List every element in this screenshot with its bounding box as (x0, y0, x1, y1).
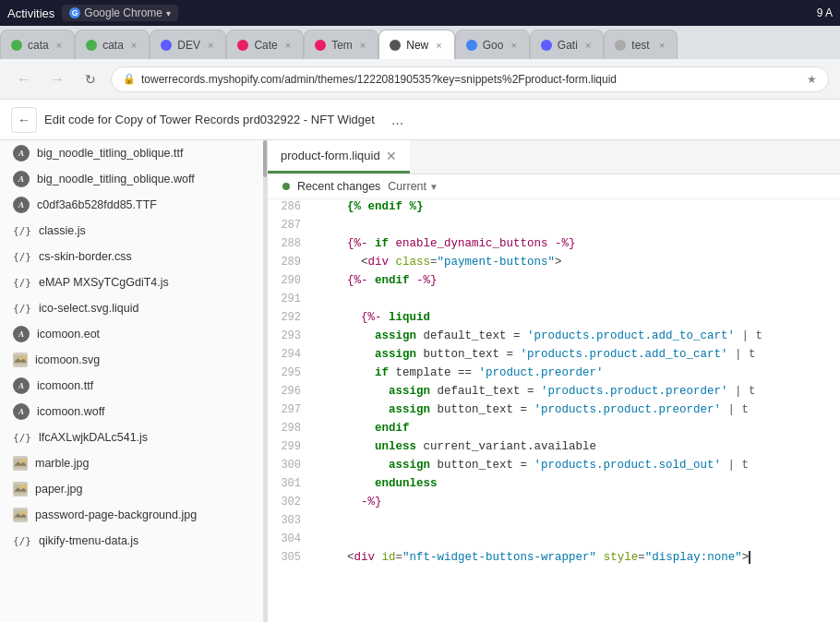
code-container[interactable]: 286 {% endif %}287288 {%- if enable_dyna… (268, 199, 840, 622)
tab-close-test[interactable]: × (656, 39, 667, 52)
sidebar-item-label: c0df3a6b528fdd85.TTF (37, 198, 258, 211)
code-line: 297 assign button_text = 'products.produ… (268, 402, 840, 421)
browser-tab-cata2[interactable]: cata× (75, 30, 150, 59)
browser-tab-gati[interactable]: Gati× (530, 30, 604, 59)
code-line: 300 assign button_text = 'products.produ… (268, 458, 840, 476)
line-content: {%- liquid (312, 311, 840, 324)
browser-tab-cate[interactable]: Cate× (226, 30, 304, 59)
reload-button[interactable]: ↻ (78, 66, 103, 92)
line-number: 289 (268, 256, 312, 269)
sidebar-item[interactable]: {/}ico-select.svg.liquid (0, 295, 267, 321)
tab-close-goo[interactable]: × (508, 39, 519, 52)
sidebar-item[interactable]: Aicomoon.eot (0, 321, 267, 347)
url-bar[interactable]: 🔒 towerrecords.myshopify.com/admin/theme… (111, 66, 829, 92)
tab-label-cata2: cata (102, 39, 124, 52)
forward-button[interactable]: → (44, 66, 70, 92)
code-icon: {/} (13, 432, 31, 444)
tab-favicon-gati (540, 39, 553, 52)
svg-point-11 (22, 511, 26, 515)
file-tabs: product-form.liquid ✕ (268, 140, 840, 174)
sidebar-item[interactable]: {/}classie.js (0, 218, 267, 244)
code-icon: {/} (13, 225, 31, 237)
tab-close-tem[interactable]: × (357, 39, 368, 52)
font-icon: A (13, 377, 30, 394)
browser-tab-new[interactable]: New× (378, 30, 454, 59)
font-icon: A (13, 197, 30, 213)
chrome-indicator: G Google Chrome ▾ (62, 5, 178, 21)
browser-tab-tem[interactable]: Tem× (304, 30, 378, 59)
tab-close-cata2[interactable]: × (128, 39, 139, 52)
sidebar-item[interactable]: {/}eMAP MXSyTCgGdiT4.js (0, 269, 267, 295)
sidebar-item-label: big_noodle_titling_oblique.woff (37, 173, 258, 185)
chrome-dropdown-icon[interactable]: ▾ (166, 8, 171, 18)
line-content: assign button_text = 'products.product.s… (312, 459, 840, 472)
scrollbar-thumb[interactable] (263, 140, 267, 177)
editor-area: product-form.liquid ✕ Recent changes Cur… (268, 140, 840, 622)
sidebar-item-label: eMAP MXSyTCgGdiT4.js (39, 276, 258, 289)
line-content: assign button_text = 'products.product.p… (312, 403, 840, 416)
sidebar-item-label: cs-skin-border.css (39, 250, 258, 263)
tab-label-goo: Goo (483, 39, 504, 52)
sidebar-item[interactable]: Abig_noodle_titling_oblique.ttf (0, 140, 267, 166)
tab-close-cata1[interactable]: × (54, 39, 65, 52)
svg-point-8 (22, 485, 26, 489)
tab-favicon-dev (160, 39, 173, 52)
tab-favicon-new (389, 39, 402, 52)
bookmark-icon[interactable]: ★ (807, 73, 817, 86)
title-bar-time: 9 A (817, 6, 833, 19)
line-number: 296 (268, 385, 312, 398)
svg-point-2 (22, 356, 26, 360)
sidebar-item[interactable]: icomoon.svg (0, 347, 267, 373)
sidebar-item[interactable]: Aicomoon.woff (0, 399, 267, 425)
sidebar-item[interactable]: {/}lfcAXLwjkDALc541.js (0, 425, 267, 450)
file-tab-close[interactable]: ✕ (386, 149, 397, 163)
sidebar-item[interactable]: Aicomoon.ttf (0, 373, 267, 399)
tab-close-new[interactable]: × (433, 39, 444, 52)
tab-favicon-tem (314, 39, 327, 52)
code-icon: {/} (13, 535, 31, 547)
sidebar-item[interactable]: paper.jpg (0, 476, 267, 502)
scrollbar[interactable] (263, 140, 267, 622)
browser-tab-dev[interactable]: DEV× (150, 30, 226, 59)
back-button[interactable]: ← (11, 66, 37, 92)
sidebar-item-label: qikify-tmenu-data.js (39, 534, 258, 547)
sidebar-item[interactable]: marble.jpg (0, 450, 267, 476)
line-content: {%- if enable_dynamic_buttons -%} (312, 237, 840, 250)
lock-icon: 🔒 (123, 73, 136, 85)
sidebar-item-label: password-page-background.jpg (35, 508, 258, 521)
recent-current-dropdown[interactable]: Current ▼ (388, 180, 438, 193)
sidebar-item-label: ico-select.svg.liquid (39, 302, 258, 315)
tab-close-dev[interactable]: × (205, 39, 216, 52)
file-tab-product-form[interactable]: product-form.liquid ✕ (268, 140, 410, 173)
image-icon (13, 456, 28, 471)
sidebar-item[interactable]: {/}cs-skin-border.css (0, 244, 267, 269)
main-layout: Abig_noodle_titling_oblique.ttfAbig_nood… (0, 140, 840, 622)
editor-more-button[interactable]: ... (386, 110, 409, 130)
sidebar-item[interactable]: Abig_noodle_titling_oblique.woff (0, 166, 267, 192)
editor-back-button[interactable]: ← (11, 107, 37, 133)
tab-close-cate[interactable]: × (282, 39, 294, 52)
line-content: {% endif %} (312, 200, 840, 213)
activities-label[interactable]: Activities (7, 6, 54, 20)
font-icon: A (13, 145, 30, 161)
tab-label-dev: DEV (177, 39, 200, 52)
sidebar-item[interactable]: {/}qikify-tmenu-data.js (0, 528, 267, 554)
tab-close-gati[interactable]: × (582, 39, 594, 52)
code-line: 291 (268, 292, 840, 310)
sidebar-item[interactable]: password-page-background.jpg (0, 502, 267, 528)
browser-tab-cata1[interactable]: cata× (0, 30, 75, 59)
sidebar-item[interactable]: Ac0df3a6b528fdd85.TTF (0, 192, 267, 218)
line-content: {%- endif -%} (312, 274, 840, 287)
sidebar-item-label: lfcAXLwjkDALc541.js (39, 431, 258, 444)
line-number: 290 (268, 274, 312, 287)
line-number: 294 (268, 348, 312, 361)
tab-label-cata1: cata (28, 39, 49, 52)
tab-label-new: New (406, 39, 428, 52)
line-content: -%} (312, 496, 840, 508)
line-content: endunless (312, 477, 840, 490)
code-line: 286 {% endif %} (268, 199, 840, 218)
browser-tab-test[interactable]: test× (604, 30, 678, 59)
line-content: <div id="nft-widget-buttons-wrapper" sty… (312, 551, 840, 564)
browser-tab-goo[interactable]: Goo× (455, 30, 530, 59)
file-tab-label: product-form.liquid (281, 149, 380, 162)
